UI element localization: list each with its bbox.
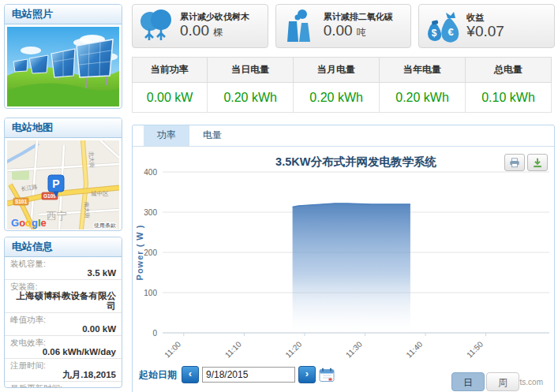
trees-icon	[137, 9, 174, 43]
svg-text:11:20: 11:20	[283, 339, 303, 359]
prev-date-button[interactable]: ‹	[182, 366, 199, 383]
info-value: 0.00 kW	[10, 324, 116, 334]
card-income: $ € 收益 ¥0.07	[418, 4, 555, 48]
card-label: 累计减少砍伐树木	[180, 11, 249, 22]
svg-text:300: 300	[144, 208, 157, 217]
svg-text:11:10: 11:10	[223, 339, 243, 359]
week-view-button[interactable]: 周	[486, 372, 519, 391]
stats-col-header: 当年电量	[380, 58, 466, 83]
info-label: 发电效率:	[10, 338, 116, 347]
card-co2-reduced: 累计减排二氧化碳 0.00 吨	[275, 4, 412, 48]
stats-value: 0.20 kWh	[294, 83, 380, 113]
card-value: 0.00	[324, 22, 353, 39]
photo-panel-title: 电站照片	[5, 5, 122, 24]
map-panel-title: 电站地图	[5, 118, 122, 138]
info-value: 上海硕博科教设备有限公司	[10, 291, 116, 312]
solar-panels-photo	[7, 27, 119, 106]
google-map[interactable]: 长江路 北大街 南大街 城中区 西宁 G109 S101 P Google 使用…	[5, 138, 122, 231]
power-area-series	[293, 203, 410, 333]
info-panel-title: 电站信息	[5, 237, 122, 257]
station-map-panel: 电站地图 长江路 北大街 南大街 城中区	[4, 118, 122, 231]
download-icon	[532, 158, 543, 168]
main-content: 累计减少砍伐树木 0.00 棵 累计减排二氧化碳 0.00 吨	[132, 0, 555, 392]
info-row: 峰值功率: 0.00 kW	[5, 313, 122, 336]
map-city-label: 西宁	[47, 210, 67, 222]
stats-header-row: 当前功率 当日电量 当月电量 当年电量 总电量	[133, 58, 552, 83]
route-badge-s101: S101	[13, 198, 28, 205]
svg-text:€: €	[448, 26, 454, 38]
info-value: 九月.18,2015	[10, 370, 116, 380]
y-axis-title: Power ( W )	[135, 225, 144, 281]
svg-text:11:00: 11:00	[163, 339, 182, 359]
stats-col-header: 当月电量	[294, 58, 380, 83]
plot-area: 010020030040011:0011:1011:2011:3011:4011…	[144, 168, 549, 360]
energy-stats-table: 当前功率 当日电量 当月电量 当年电量 总电量 0.00 kW 0.20 kWh…	[132, 57, 552, 113]
svg-text:G109: G109	[43, 193, 56, 199]
map-terms-link[interactable]: 使用条款	[94, 222, 116, 229]
stats-value: 0.20 kWh	[380, 83, 466, 113]
power-area-chart: 3.5KW分布式并网发电教学系统 Power ( W ) 01002003004…	[133, 147, 554, 382]
stats-col-header: 当日电量	[208, 58, 294, 83]
map-canvas[interactable]: 长江路 北大街 南大街 城中区 西宁 G109 S101 P Google 使用…	[7, 140, 119, 230]
print-chart-button[interactable]	[504, 154, 525, 171]
info-row: 装机容量: 3.5 kW	[5, 257, 122, 280]
info-row: 最后更新时间: 九月.18 11:27,GMT +8,2015	[5, 382, 122, 388]
card-value: ¥0.07	[466, 23, 504, 39]
card-trees-saved: 累计减少砍伐树木 0.00 棵	[132, 4, 268, 48]
svg-text:400: 400	[144, 168, 157, 177]
card-value: 0.00	[180, 22, 209, 39]
stats-value: 0.00 kW	[133, 83, 208, 113]
svg-text:$: $	[432, 28, 437, 39]
info-row: 发电效率: 0.06 kWh/kW/day	[5, 336, 122, 359]
cooling-towers-icon	[281, 9, 317, 43]
svg-text:11:50: 11:50	[465, 339, 485, 359]
map-district-label: 城中区	[90, 190, 109, 197]
svg-text:11:40: 11:40	[405, 339, 425, 359]
card-text: 累计减排二氧化碳 0.00 吨	[324, 11, 393, 41]
stats-value-row: 0.00 kW 0.20 kWh 0.20 kWh 0.20 kWh 0.10 …	[133, 83, 552, 113]
google-logo[interactable]: Google	[11, 217, 47, 229]
stats-col-header: 当前功率	[133, 58, 208, 83]
svg-text:200: 200	[144, 248, 157, 257]
day-view-button[interactable]: 日	[451, 372, 485, 391]
info-value: 3.5 kW	[10, 268, 116, 278]
chart-tabs: 功率 电量	[133, 125, 554, 147]
stats-value: 0.20 kWh	[208, 83, 294, 113]
station-photo	[5, 24, 122, 109]
info-rows: 装机容量: 3.5 kW 安装商: 上海硕博科教设备有限公司 峰值功率: 0.0…	[5, 257, 122, 388]
svg-text:100: 100	[144, 289, 157, 297]
card-unit: 棵	[213, 27, 223, 38]
info-label: 峰值功率:	[10, 315, 116, 324]
card-label: 累计减排二氧化碳	[324, 11, 393, 22]
tab-energy[interactable]: 电量	[189, 125, 235, 146]
next-date-button[interactable]: ›	[298, 366, 316, 383]
chart-panel: 功率 电量	[132, 125, 555, 392]
svg-text:P: P	[52, 177, 59, 190]
summary-cards: 累计减少砍伐树木 0.00 棵 累计减排二氧化碳 0.00 吨	[132, 4, 555, 48]
stats-value: 0.10 kWh	[466, 83, 552, 113]
card-unit: 吨	[357, 27, 366, 38]
printer-icon	[509, 158, 520, 168]
info-row: 安装商: 上海硕博科教设备有限公司	[5, 280, 122, 313]
calendar-picker-icon[interactable]	[319, 368, 335, 383]
start-date-input[interactable]	[202, 367, 295, 383]
info-label: 装机容量:	[10, 259, 116, 268]
card-text: 累计减少砍伐树木 0.00 棵	[180, 11, 249, 41]
chart-title: 3.5KW分布式并网发电教学系统	[275, 155, 436, 168]
chart-export-buttons	[504, 154, 548, 171]
card-text: 收益 ¥0.07	[466, 12, 504, 40]
svg-text:S101: S101	[15, 199, 28, 204]
tab-power[interactable]: 功率	[144, 125, 189, 146]
svg-text:11:30: 11:30	[344, 339, 364, 359]
info-row: 注册时间: 九月.18,2015	[5, 359, 122, 382]
station-photo-panel: 电站照片	[4, 4, 122, 109]
info-label: 最后更新时间:	[10, 383, 116, 388]
info-value: 0.06 kWh/kW/day	[10, 347, 116, 357]
download-chart-button[interactable]	[527, 154, 548, 171]
info-label: 注册时间:	[10, 360, 116, 370]
card-label: 收益	[466, 12, 504, 23]
stats-col-header: 总电量	[466, 58, 552, 83]
info-label: 安装商:	[10, 282, 116, 291]
station-info-panel: 电站信息 装机容量: 3.5 kW 安装商: 上海硕博科教设备有限公司 峰值功率…	[4, 237, 122, 388]
money-bags-icon: $ €	[424, 9, 460, 43]
